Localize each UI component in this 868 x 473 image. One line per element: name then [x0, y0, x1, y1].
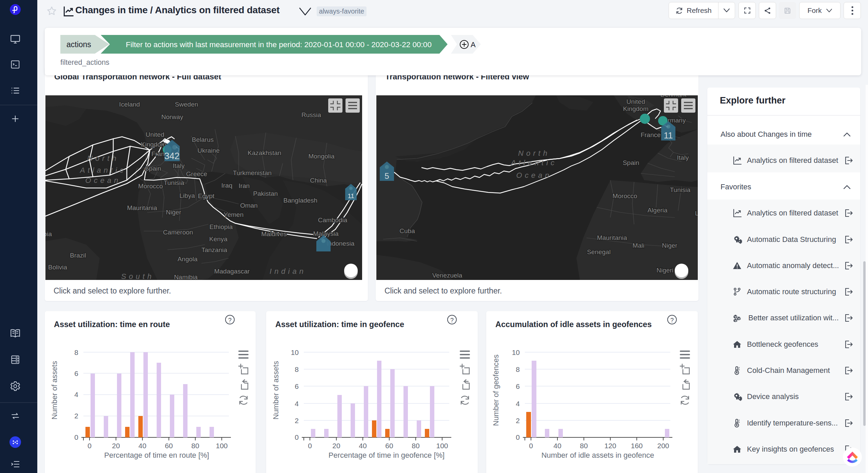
svg-text:80: 80 — [412, 442, 419, 450]
svg-text:filtered_actions: filtered_actions — [60, 58, 110, 67]
svg-text:Mauritania: Mauritania — [127, 204, 157, 211]
svg-text:Identify temperature-sens...: Identify temperature-sens... — [747, 419, 838, 427]
svg-text:Russia: Russia — [301, 111, 321, 118]
svg-text:Venezuela: Venezuela — [432, 272, 462, 279]
svg-text:Accumulation of idle assets in: Accumulation of idle assets in geofences — [495, 320, 652, 329]
svg-text:Bolivia: Bolivia — [48, 264, 67, 271]
svg-text:Egypt: Egypt — [198, 192, 215, 200]
svg-text:Ukraine: Ukraine — [197, 147, 219, 154]
svg-text:Yemen: Yemen — [224, 211, 243, 218]
svg-text:0: 0 — [295, 433, 299, 441]
svg-text:Cold-Chain Management: Cold-Chain Management — [747, 366, 830, 375]
svg-text:Kazakhstan: Kazakhstan — [248, 149, 281, 156]
svg-text:60: 60 — [385, 442, 393, 450]
svg-text:Madagascar: Madagascar — [214, 268, 250, 275]
svg-text:Maldives: Maldives — [261, 230, 287, 238]
svg-text:Mongolia: Mongolia — [308, 153, 335, 160]
svg-text:Tunisia: Tunisia — [670, 186, 691, 193]
svg-text:Filter to actions with last me: Filter to actions with last measurement … — [126, 40, 432, 49]
svg-text:Number of assets: Number of assets — [272, 361, 280, 419]
svg-text:Ethiopia: Ethiopia — [210, 223, 233, 230]
svg-text:160: 160 — [631, 442, 643, 450]
svg-text:120: 120 — [604, 442, 616, 450]
svg-text:Number of assets: Number of assets — [50, 361, 59, 419]
svg-text:Automatic route structuring: Automatic route structuring — [747, 287, 836, 296]
svg-text:Greece: Greece — [186, 170, 207, 177]
svg-text:Cameroon: Cameroon — [163, 229, 193, 236]
svg-text:Libya: Libya — [179, 192, 195, 199]
svg-text:20: 20 — [332, 442, 340, 450]
svg-text:Algeria: Algeria — [647, 207, 668, 214]
svg-text:342: 342 — [164, 151, 179, 161]
svg-text:0: 0 — [529, 442, 533, 450]
svg-text:Bottleneck geofences: Bottleneck geofences — [747, 340, 818, 348]
svg-text:8: 8 — [295, 365, 299, 373]
svg-text:Asset utilization: time in geo: Asset utilization: time in geofence — [275, 320, 404, 329]
svg-text:Asset utilization: time en rou: Asset utilization: time en route — [54, 320, 170, 329]
svg-text:200: 200 — [657, 442, 669, 450]
svg-text:Italy: Italy — [173, 162, 185, 169]
svg-text:Analytics on filtered dataset: Analytics on filtered dataset — [747, 156, 838, 165]
svg-text:United: United — [627, 98, 645, 105]
svg-text:11: 11 — [664, 130, 673, 140]
svg-text:Mauritania: Mauritania — [597, 234, 627, 241]
svg-text:North: North — [87, 154, 119, 163]
svg-text:6: 6 — [516, 382, 520, 390]
svg-text:Iran: Iran — [239, 182, 250, 189]
svg-text:Morocco: Morocco — [138, 183, 163, 190]
svg-text:Iceland: Iceland — [119, 101, 140, 108]
svg-text:A: A — [471, 40, 476, 49]
svg-text:Turkmenistan: Turkmenistan — [233, 169, 272, 176]
svg-text:?: ? — [228, 317, 232, 324]
svg-text:Number of geofences: Number of geofences — [492, 355, 500, 426]
svg-text:Bangladesh: Bangladesh — [283, 197, 317, 204]
svg-text:80: 80 — [580, 442, 588, 450]
svg-text:0: 0 — [74, 433, 78, 441]
svg-text:Mali: Mali — [633, 242, 645, 249]
svg-text:2: 2 — [295, 417, 299, 424]
svg-text:20: 20 — [112, 442, 120, 450]
svg-text:nbia: nbia — [45, 230, 52, 238]
svg-text:Percentage of time in geofence: Percentage of time in geofence [%] — [329, 451, 445, 459]
svg-text:Malaysia: Malaysia — [313, 230, 339, 237]
svg-text:Tanzania: Tanzania — [201, 246, 227, 253]
svg-text:5: 5 — [384, 171, 389, 181]
svg-text:Kingdom: Kingdom — [141, 141, 166, 148]
svg-text:Morocco: Morocco — [613, 192, 637, 200]
svg-text:60: 60 — [165, 442, 173, 450]
svg-text:4: 4 — [516, 400, 520, 408]
svg-text:Tunisia: Tunisia — [164, 179, 184, 186]
svg-text:10: 10 — [291, 348, 299, 356]
svg-text:Cuba: Cuba — [399, 227, 415, 234]
svg-text:8: 8 — [516, 365, 520, 373]
svg-text:China: China — [310, 177, 327, 184]
svg-text:?: ? — [450, 317, 454, 324]
svg-text:Atlantic: Atlantic — [510, 158, 557, 167]
svg-text:100: 100 — [436, 442, 448, 450]
svg-text:Number of idle assets in geofe: Number of idle assets in geofence — [541, 451, 654, 459]
svg-text:0: 0 — [516, 433, 520, 441]
svg-text:Automatic Data Structuring: Automatic Data Structuring — [747, 235, 836, 244]
svg-text:11: 11 — [348, 192, 354, 200]
svg-text:4: 4 — [74, 391, 78, 398]
svg-text:Oman: Oman — [240, 202, 258, 209]
svg-text:100: 100 — [216, 442, 228, 450]
svg-text:Indian: Indian — [270, 267, 306, 276]
svg-text:Namibia: Namibia — [174, 273, 198, 280]
svg-text:Better asset utilization wit..: Better asset utilization wit... — [748, 314, 839, 322]
svg-text:Percentage of time en route [%: Percentage of time en route [%] — [104, 451, 209, 459]
svg-text:Kenya: Kenya — [209, 235, 228, 243]
svg-text:Ocean: Ocean — [516, 171, 552, 179]
svg-text:Atlantic: Atlantic — [79, 166, 126, 174]
svg-text:North: North — [518, 149, 550, 157]
svg-text:6: 6 — [295, 382, 299, 390]
svg-text:Italy: Italy — [677, 154, 689, 161]
svg-text:6: 6 — [74, 370, 78, 377]
svg-text:France: France — [640, 131, 660, 138]
svg-text:actions: actions — [66, 40, 91, 49]
svg-text:0: 0 — [308, 442, 312, 450]
svg-text:40: 40 — [553, 442, 561, 450]
svg-text:Angola: Angola — [177, 256, 198, 263]
svg-text:Ocean: Ocean — [85, 176, 121, 185]
svg-text:Iraq: Iraq — [221, 182, 233, 189]
